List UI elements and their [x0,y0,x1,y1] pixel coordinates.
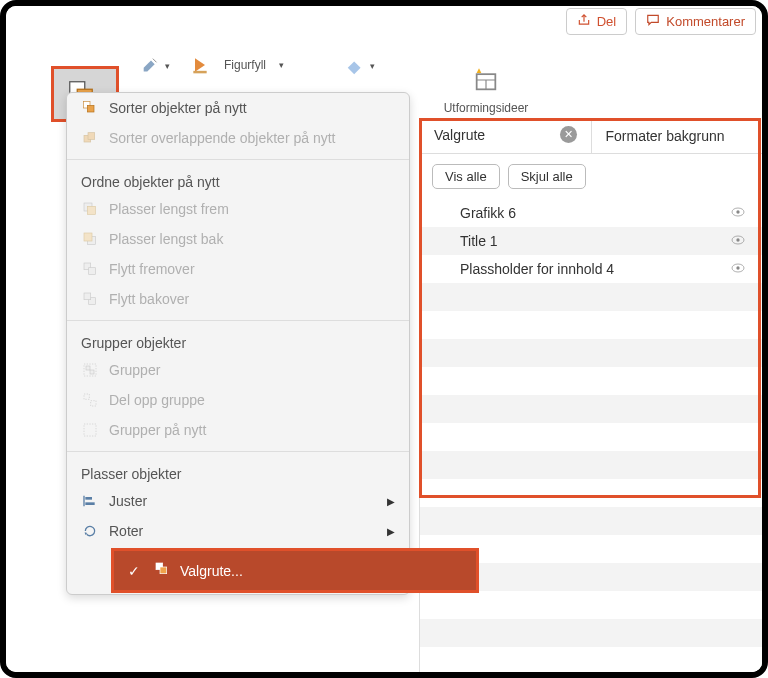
menu-rotate[interactable]: Roter ▶ [67,516,409,546]
list-item[interactable]: Plassholder for innhold 4 [420,255,762,283]
svg-rect-17 [84,293,91,300]
menu-label: Roter [109,523,143,539]
svg-rect-28 [160,567,167,574]
tab-format-background[interactable]: Formater bakgrunn [591,118,763,153]
send-backward-icon [81,290,99,308]
check-icon: ✓ [128,563,144,579]
menu-ungroup: Del opp gruppe [67,385,409,415]
svg-rect-25 [85,497,92,500]
menu-sort-overlapping: Sorter overlappende objekter på nytt [67,123,409,153]
list-item[interactable]: Grafikk 6 [420,199,762,227]
share-icon [577,13,591,30]
list-item[interactable]: Title 1 [420,227,762,255]
align-icon [81,492,99,510]
rotate-icon [81,522,99,540]
menu-regroup: Grupper på nytt [67,415,409,445]
menu-bring-front: Plasser lengst frem [67,194,409,224]
svg-rect-19 [86,366,90,370]
submenu-arrow-icon: ▶ [387,526,395,537]
object-name: Grafikk 6 [460,205,516,221]
svg-rect-11 [87,206,95,214]
list-item [420,367,762,395]
menu-label: Sorter overlappende objekter på nytt [109,130,335,146]
design-ideas-label: Utformingsideer [436,101,536,115]
svg-rect-20 [90,370,94,374]
show-all-button[interactable]: Vis alle [432,164,500,189]
tab-label: Valgrute [434,127,485,143]
tab-label: Formater bakgrunn [606,128,725,144]
svg-rect-13 [84,233,92,241]
menu-selection-pane[interactable]: ✓ Valgrute... [114,551,476,590]
hide-all-button[interactable]: Skjul alle [508,164,586,189]
svg-rect-23 [84,424,96,436]
list-item [420,619,762,647]
extra-tool-button[interactable]: ▾ [341,51,379,81]
menu-bring-forward: Flytt fremover [67,254,409,284]
menu-label: Flytt bakover [109,291,189,307]
close-icon[interactable]: ✕ [560,126,577,143]
menu-section-place: Plasser objekter [67,458,409,486]
chevron-down-icon: ▾ [165,61,170,71]
reorder-overlap-icon [81,129,99,147]
menu-send-backward: Flytt bakover [67,284,409,314]
svg-rect-9 [88,133,95,140]
submenu-arrow-icon: ▶ [387,496,395,507]
menu-sort-objects[interactable]: Sorter objekter på nytt [67,93,409,123]
menu-label: Flytt fremover [109,261,195,277]
highlight-frame: ✓ Valgrute... [111,548,479,593]
svg-point-30 [736,210,739,213]
svg-rect-15 [89,268,96,275]
chevron-down-icon: ▾ [279,60,284,70]
design-ideas-icon [472,66,500,94]
list-item [420,395,762,423]
menu-send-back: Plasser lengst bak [67,224,409,254]
menu-label: Juster [109,493,147,509]
shape-fill-button[interactable] [186,51,214,79]
menu-section-arrange: Ordne objekter på nytt [67,166,409,194]
list-item [420,423,762,451]
comments-button[interactable]: Kommentarer [635,8,756,35]
visibility-toggle-icon[interactable] [730,204,746,223]
comments-label: Kommentarer [666,14,745,29]
svg-rect-26 [85,502,94,505]
bring-forward-icon [81,260,99,278]
menu-label: Del opp gruppe [109,392,205,408]
ungroup-icon [81,391,99,409]
list-item [420,283,762,311]
list-item [420,339,762,367]
visibility-toggle-icon[interactable] [730,260,746,279]
design-ideas-button[interactable]: Utformingsideer [436,66,536,115]
button-label: Skjul alle [521,169,573,184]
selection-pane-icon [154,561,170,580]
list-item [420,451,762,479]
menu-label: Sorter objekter på nytt [109,100,247,116]
menu-section-group: Grupper objekter [67,327,409,355]
list-item [420,591,762,619]
regroup-icon [81,421,99,439]
arrange-dropdown: Sorter objekter på nytt Sorter overlappe… [66,92,410,595]
menu-label: Grupper [109,362,160,378]
menu-align[interactable]: Juster ▶ [67,486,409,516]
send-back-icon [81,230,99,248]
object-name: Title 1 [460,233,498,249]
share-button[interactable]: Del [566,8,628,35]
list-item [420,507,762,535]
format-painter-button[interactable]: ▾ [136,51,174,81]
tab-selection-pane[interactable]: Valgrute ✕ [420,118,591,153]
svg-rect-7 [87,105,94,112]
bring-front-icon [81,200,99,218]
menu-label: Valgrute... [180,563,243,579]
chevron-down-icon: ▾ [370,61,375,71]
button-label: Vis alle [445,169,487,184]
object-name: Plassholder for innhold 4 [460,261,614,277]
list-item [420,479,762,507]
list-item [420,311,762,339]
svg-rect-2 [193,71,206,74]
svg-point-34 [736,266,739,269]
menu-label: Plasser lengst frem [109,201,229,217]
visibility-toggle-icon[interactable] [730,232,746,251]
share-label: Del [597,14,617,29]
svg-rect-21 [84,394,89,399]
group-icon [81,361,99,379]
comment-icon [646,13,660,30]
